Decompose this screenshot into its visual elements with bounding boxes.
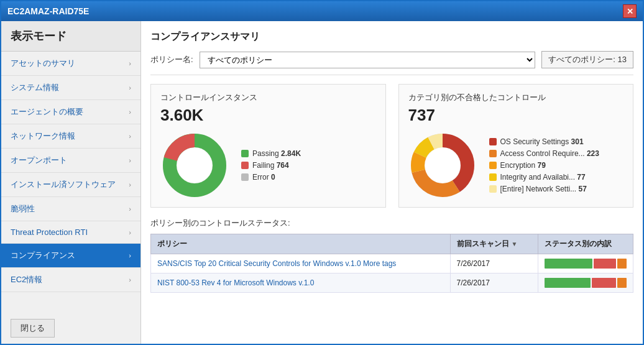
sidebar-item-installed-software[interactable]: インストール済ソフトウェア› bbox=[1, 173, 140, 197]
table-column-header[interactable]: 前回スキャン日▼ bbox=[450, 234, 538, 254]
sidebar-item-threat-protection[interactable]: Threat Protection RTI› bbox=[1, 221, 140, 244]
legend-item: Failing 764 bbox=[241, 161, 301, 170]
scan-date-cell: 7/26/2017 bbox=[450, 274, 538, 293]
sidebar-item-agent-overview[interactable]: エージェントの概要› bbox=[1, 100, 140, 124]
legend-dot bbox=[489, 185, 497, 193]
status-segment bbox=[617, 278, 627, 288]
policy-count: すべてのポリシー: 13 bbox=[541, 51, 633, 68]
sidebar-item-label: インストール済ソフトウェア bbox=[11, 179, 116, 190]
policy-name-cell: SANS/CIS Top 20 Critical Security Contro… bbox=[151, 254, 451, 274]
status-segment bbox=[545, 259, 592, 269]
sidebar-item-compliance[interactable]: コンプライアンス› bbox=[1, 244, 140, 268]
sidebar-item-ec2-info[interactable]: EC2情報› bbox=[1, 268, 140, 292]
sidebar-item-label: コンプライアンス bbox=[11, 250, 75, 261]
table-header: ポリシー前回スキャン日▼ステータス別の内訳 bbox=[151, 234, 633, 254]
sidebar-item-label: 脆弱性 bbox=[11, 203, 35, 214]
table-column-header: ステータス別の内訳 bbox=[538, 234, 633, 254]
chevron-right-icon: › bbox=[129, 132, 131, 140]
legend-label: Access Control Require... 223 bbox=[500, 149, 599, 158]
policy-filter: ポリシー名: すべてのポリシー すべてのポリシー: 13 bbox=[150, 51, 633, 75]
sort-icon[interactable]: ▼ bbox=[512, 241, 518, 247]
sidebar-item-label: EC2情報 bbox=[11, 274, 42, 285]
table-row: SANS/CIS Top 20 Critical Security Contro… bbox=[151, 254, 633, 274]
category-controls-total: 737 bbox=[408, 106, 624, 125]
policy-name-cell: NIST 800-53 Rev 4 for Microsoft Windows … bbox=[151, 274, 451, 293]
status-bar bbox=[545, 278, 627, 288]
window-title: EC2AMAZ-RAID75E bbox=[7, 6, 89, 16]
legend-item: Passing 2.84K bbox=[241, 149, 301, 158]
legend-item: Error 0 bbox=[241, 173, 301, 182]
title-bar: EC2AMAZ-RAID75E ✕ bbox=[1, 1, 643, 21]
sidebar-header: 表示モード bbox=[1, 21, 140, 52]
legend-item: Integrity and Availabi... 77 bbox=[489, 173, 599, 182]
chevron-right-icon: › bbox=[129, 181, 131, 188]
chevron-right-icon: › bbox=[129, 276, 131, 283]
control-instances-donut bbox=[160, 131, 229, 200]
sidebar-item-vulnerability[interactable]: 脆弱性› bbox=[1, 197, 140, 221]
category-controls-title: カテゴリ別の不合格したコントロール bbox=[408, 92, 624, 103]
chevron-right-icon: › bbox=[129, 252, 131, 259]
table-header-row: ポリシー前回スキャン日▼ステータス別の内訳 bbox=[151, 234, 633, 254]
legend-label: [Entire] Network Setti... 57 bbox=[500, 185, 587, 193]
sidebar-item-label: オープンポート bbox=[11, 155, 67, 166]
control-instances-inner: Passing 2.84KFailing 764Error 0 bbox=[160, 131, 376, 200]
chevron-right-icon: › bbox=[129, 108, 131, 116]
table-column-header: ポリシー bbox=[151, 234, 451, 254]
sidebar-item-system-info[interactable]: システム情報› bbox=[1, 76, 140, 100]
chevron-right-icon: › bbox=[129, 157, 131, 164]
window-close-button[interactable]: ✕ bbox=[623, 4, 637, 18]
legend-dot bbox=[489, 162, 497, 169]
chevron-right-icon: › bbox=[129, 60, 131, 67]
content-area: コンプライアンスサマリ ポリシー名: すべてのポリシー すべてのポリシー: 13… bbox=[141, 21, 643, 344]
category-controls-donut bbox=[408, 131, 477, 200]
status-bar-cell bbox=[538, 274, 633, 293]
legend-dot bbox=[241, 162, 249, 169]
policy-select[interactable]: すべてのポリシー bbox=[200, 52, 536, 68]
table-row: NIST 800-53 Rev 4 for Microsoft Windows … bbox=[151, 274, 633, 293]
svg-point-3 bbox=[177, 148, 212, 183]
charts-row: コントロールインスタンス 3.60K Passing 2.84KFail bbox=[150, 84, 633, 208]
legend-label: Error 0 bbox=[252, 173, 275, 182]
status-segment bbox=[592, 278, 615, 288]
sidebar-item-open-ports[interactable]: オープンポート› bbox=[1, 149, 140, 173]
legend-dot bbox=[241, 173, 249, 181]
legend-item: OS Security Settings 301 bbox=[489, 137, 599, 146]
policy-label: ポリシー名: bbox=[150, 54, 193, 65]
legend-item: [Entire] Network Setti... 57 bbox=[489, 185, 599, 193]
status-segment bbox=[617, 259, 627, 269]
main-layout: 表示モード アセットのサマリ›システム情報›エージェントの概要›ネットワーク情報… bbox=[1, 21, 643, 344]
chevron-right-icon: › bbox=[129, 84, 131, 91]
control-instances-title: コントロールインスタンス bbox=[160, 92, 376, 103]
category-controls-card: カテゴリ別の不合格したコントロール 737 bbox=[398, 84, 634, 208]
svg-point-10 bbox=[425, 148, 460, 183]
legend-label: Failing 764 bbox=[252, 161, 289, 170]
sidebar-item-network-info[interactable]: ネットワーク情報› bbox=[1, 124, 140, 149]
sidebar-item-label: アセットのサマリ bbox=[11, 58, 75, 69]
legend-label: Integrity and Availabi... 77 bbox=[500, 173, 586, 182]
policy-table: ポリシー前回スキャン日▼ステータス別の内訳 SANS/CIS Top 20 Cr… bbox=[150, 234, 633, 293]
table-body: SANS/CIS Top 20 Critical Security Contro… bbox=[151, 254, 633, 293]
close-sidebar-button[interactable]: 閉じる bbox=[11, 319, 55, 338]
scan-date-cell: 7/26/2017 bbox=[450, 254, 538, 274]
status-bar bbox=[545, 259, 627, 269]
control-instances-card: コントロールインスタンス 3.60K Passing 2.84KFail bbox=[150, 84, 386, 208]
sidebar-footer: 閉じる bbox=[1, 313, 140, 344]
legend-item: Access Control Require... 223 bbox=[489, 149, 599, 158]
chevron-right-icon: › bbox=[129, 229, 131, 236]
main-window: EC2AMAZ-RAID75E ✕ 表示モード アセットのサマリ›システム情報›… bbox=[0, 0, 644, 345]
table-section-title: ポリシー別のコントロールステータス: bbox=[150, 218, 633, 229]
status-segment bbox=[545, 278, 591, 288]
sidebar-item-label: エージェントの概要 bbox=[11, 106, 83, 117]
legend-dot bbox=[241, 150, 249, 157]
legend-dot bbox=[489, 173, 497, 181]
sidebar-item-label: Threat Protection RTI bbox=[11, 228, 88, 237]
category-controls-inner: OS Security Settings 301Access Control R… bbox=[408, 131, 624, 200]
legend-label: Encryption 79 bbox=[500, 161, 546, 170]
sidebar-item-asset-summary[interactable]: アセットのサマリ› bbox=[1, 52, 140, 76]
legend-item: Encryption 79 bbox=[489, 161, 599, 170]
legend-label: OS Security Settings 301 bbox=[500, 137, 584, 146]
sidebar-item-label: システム情報 bbox=[11, 82, 59, 93]
control-instances-legend: Passing 2.84KFailing 764Error 0 bbox=[241, 149, 301, 182]
sidebar-item-label: ネットワーク情報 bbox=[11, 131, 75, 142]
legend-dot bbox=[489, 150, 497, 157]
